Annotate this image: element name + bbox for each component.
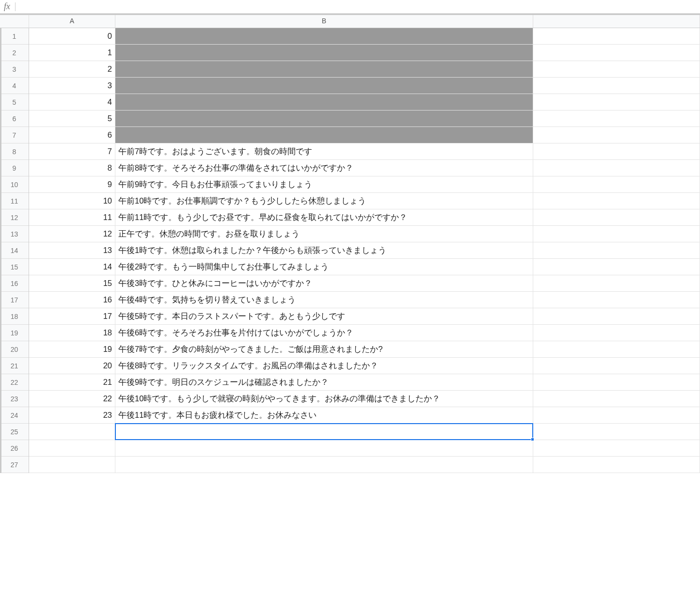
cell[interactable] — [533, 259, 700, 275]
cell[interactable]: 0 — [29, 28, 115, 44]
cell[interactable] — [29, 457, 115, 473]
col-header-B[interactable]: B — [115, 14, 533, 28]
cell[interactable] — [533, 127, 700, 143]
cell[interactable]: 午前9時です。今日もお仕事頑張ってまいりましょう — [115, 176, 533, 192]
cell[interactable] — [115, 440, 533, 456]
row-header[interactable]: 7 — [0, 127, 29, 143]
cell[interactable] — [533, 358, 700, 374]
row-header[interactable]: 18 — [0, 308, 29, 325]
cell[interactable] — [115, 28, 533, 44]
cell[interactable]: 午後3時です。ひと休みにコーヒーはいかがですか？ — [115, 275, 533, 291]
cell[interactable] — [533, 407, 700, 423]
cell[interactable]: 午後7時です。夕食の時刻がやってきました。ご飯は用意されましたか? — [115, 341, 533, 357]
cell[interactable]: 午後11時です。本日もお疲れ様でした。お休みなさい — [115, 407, 533, 423]
row-header[interactable]: 21 — [0, 358, 29, 374]
cell[interactable]: 8 — [29, 160, 115, 176]
cell[interactable]: 4 — [29, 94, 115, 110]
row-header[interactable]: 11 — [0, 193, 29, 209]
cell[interactable]: 午後5時です。本日のラストスパートです。あともう少しです — [115, 308, 533, 324]
cell[interactable] — [533, 176, 700, 192]
cell[interactable]: 15 — [29, 275, 115, 291]
cell[interactable]: 午前7時です。おはようございます。朝食の時間です — [115, 143, 533, 159]
row-header[interactable]: 19 — [0, 325, 29, 341]
cell[interactable]: 21 — [29, 374, 115, 390]
cell[interactable]: 午後2時です。もう一時間集中してお仕事してみましょう — [115, 259, 533, 275]
row-header[interactable]: 5 — [0, 94, 29, 111]
cell[interactable]: 午後8時です。リラックスタイムです。お風呂の準備はされましたか？ — [115, 358, 533, 374]
cell[interactable] — [533, 209, 700, 225]
row-header[interactable]: 24 — [0, 407, 29, 424]
cell[interactable] — [533, 292, 700, 308]
row-header[interactable]: 9 — [0, 160, 29, 176]
row-header[interactable]: 26 — [0, 440, 29, 457]
cell[interactable] — [533, 160, 700, 176]
row-header[interactable]: 27 — [0, 457, 29, 473]
cell[interactable]: 11 — [29, 209, 115, 225]
row-header[interactable]: 20 — [0, 341, 29, 358]
cell[interactable] — [533, 193, 700, 209]
row-header[interactable]: 14 — [0, 242, 29, 259]
row-header[interactable]: 23 — [0, 391, 29, 407]
cell[interactable] — [533, 374, 700, 390]
row-header[interactable]: 4 — [0, 78, 29, 94]
formula-input[interactable] — [21, 0, 696, 13]
cell[interactable]: 午後10時です。もう少しで就寝の時刻がやってきます。お休みの準備はできましたか？ — [115, 391, 533, 407]
cell[interactable] — [533, 61, 700, 77]
cell[interactable] — [533, 440, 700, 456]
cell[interactable]: 23 — [29, 407, 115, 423]
cell[interactable] — [533, 341, 700, 357]
cell[interactable]: 17 — [29, 308, 115, 324]
cell[interactable]: 7 — [29, 143, 115, 159]
row-header[interactable]: 22 — [0, 374, 29, 391]
cell[interactable] — [533, 111, 700, 127]
cell[interactable]: 午前10時です。お仕事順調ですか？もう少ししたら休憩しましょう — [115, 193, 533, 209]
cell[interactable]: 午後1時です。休憩は取られましたか？午後からも頑張っていきましょう — [115, 242, 533, 258]
cell[interactable] — [115, 78, 533, 94]
cell[interactable] — [115, 61, 533, 77]
row-header[interactable]: 10 — [0, 176, 29, 193]
cell[interactable] — [533, 78, 700, 94]
cell[interactable] — [115, 45, 533, 61]
row-header[interactable]: 1 — [0, 28, 29, 45]
cell[interactable]: 午後9時です。明日のスケジュールは確認されましたか？ — [115, 374, 533, 390]
cell[interactable] — [115, 94, 533, 110]
cell[interactable] — [115, 457, 533, 473]
cell[interactable] — [533, 457, 700, 473]
cell[interactable] — [533, 391, 700, 407]
cell[interactable]: 19 — [29, 341, 115, 357]
cell[interactable]: 5 — [29, 111, 115, 127]
cell[interactable]: 2 — [29, 61, 115, 77]
cell[interactable]: 6 — [29, 127, 115, 143]
row-header[interactable]: 15 — [0, 259, 29, 275]
cell[interactable]: 午後6時です。そろそろお仕事を片付けてはいかがでしょうか？ — [115, 325, 533, 341]
cell[interactable] — [533, 242, 700, 258]
cell[interactable]: 1 — [29, 45, 115, 61]
cell[interactable] — [533, 28, 700, 44]
col-header-A[interactable]: A — [29, 14, 115, 28]
select-all-corner[interactable] — [0, 14, 29, 28]
row-header[interactable]: 16 — [0, 275, 29, 292]
cell[interactable] — [533, 325, 700, 341]
row-header[interactable]: 3 — [0, 61, 29, 78]
cell[interactable]: 13 — [29, 242, 115, 258]
cell[interactable] — [533, 143, 700, 159]
cell[interactable]: 正午です。休憩の時間です。お昼を取りましょう — [115, 226, 533, 242]
cell[interactable] — [115, 111, 533, 127]
row-header[interactable]: 25 — [0, 424, 29, 440]
cell[interactable]: 20 — [29, 358, 115, 374]
cell[interactable]: 午後4時です。気持ちを切り替えていきましょう — [115, 292, 533, 308]
row-header[interactable]: 8 — [0, 143, 29, 160]
cell[interactable] — [533, 226, 700, 242]
cell[interactable] — [29, 424, 115, 440]
row-header[interactable]: 12 — [0, 209, 29, 226]
cell[interactable]: 14 — [29, 259, 115, 275]
cell[interactable]: 18 — [29, 325, 115, 341]
cell[interactable] — [115, 424, 533, 440]
cell[interactable] — [533, 275, 700, 291]
cell[interactable]: 3 — [29, 78, 115, 94]
cell[interactable]: 10 — [29, 193, 115, 209]
cell[interactable] — [533, 308, 700, 324]
cell[interactable] — [533, 94, 700, 110]
cell[interactable] — [115, 127, 533, 143]
cell[interactable]: 12 — [29, 226, 115, 242]
